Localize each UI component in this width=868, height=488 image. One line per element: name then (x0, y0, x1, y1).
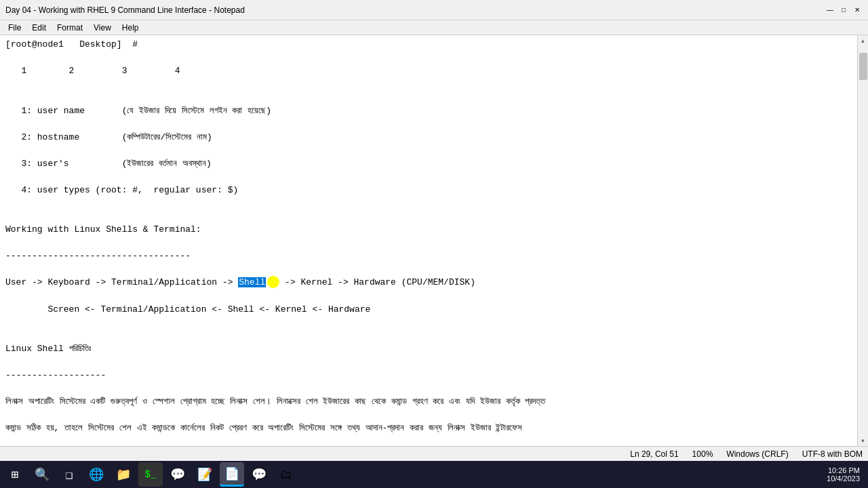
clock-date: 10/4/2023 (827, 474, 860, 483)
editor-container: [root@node1 Desktop] # 1 2 3 4 1: user n… (0, 35, 868, 446)
scroll-up-arrow[interactable]: ▲ (858, 35, 869, 46)
editor-content[interactable]: [root@node1 Desktop] # 1 2 3 4 1: user n… (0, 35, 857, 446)
editor-line: 3: user's (ইউজারের বর্তমান অবস্থান) (5, 157, 852, 171)
editor-line: Working with Linux Shells & Terminal: (5, 223, 852, 237)
editor-line: Screen <- Terminal/Application <- Shell … (5, 303, 852, 317)
whatsapp-app[interactable]: 💬 (165, 462, 190, 487)
encoding: UTF-8 with BOM (802, 449, 863, 459)
scroll-down-arrow[interactable]: ▼ (858, 435, 869, 446)
editor-line: User -> Keyboard -> Terminal/Application… (5, 276, 852, 289)
notepad-app[interactable]: 📄 (220, 462, 244, 487)
cursor-position: Ln 29, Col 51 (630, 449, 678, 459)
search-button[interactable]: 🔍 (30, 462, 54, 487)
terminal-app[interactable]: $_ (138, 462, 163, 487)
menu-view[interactable]: View (88, 22, 117, 34)
taskbar: ⊞ 🔍 ❑ 🌐 📁 $_ 💬 📝 📄 💬 🗂 10:26 PM 10/4/202… (0, 461, 868, 488)
title-bar: Day 04 - Working with RHEL 9 Command Lin… (0, 0, 868, 20)
menu-file[interactable]: File (3, 22, 26, 34)
editor-line: লিনাক্স অপারেটিং সিস্টেমের একটি গুরুত্বপ… (5, 395, 852, 409)
status-bar: Ln 29, Col 51 100% Windows (CRLF) UTF-8 … (0, 446, 868, 461)
minimize-button[interactable]: — (825, 5, 835, 16)
editor-line: ------------------- (5, 369, 852, 382)
editor-line: [root@node1 Desktop] # (5, 38, 852, 52)
files-app[interactable]: 🗂 (274, 462, 298, 487)
scrollbar-vertical[interactable]: ▲ ▼ (857, 35, 868, 446)
window-controls[interactable]: — □ ✕ (825, 5, 863, 16)
system-clock: 10:26 PM 10/4/2023 (827, 466, 865, 483)
editor-line: ----------------------------------- (5, 249, 852, 263)
editor-line: কমান্ড সঠিক হয়, তাহলে সিস্টেমের শেল এই … (5, 422, 852, 435)
close-button[interactable]: ✕ (852, 5, 863, 16)
file-manager-app[interactable]: 📁 (111, 462, 136, 487)
line-ending: Windows (CRLF) (726, 449, 788, 459)
zoom-level: 100% (692, 449, 713, 459)
editor-line: 1: user name (যে ইউজার দিয়ে সিস্টেমে লগ… (5, 104, 852, 118)
scroll-thumb[interactable] (859, 53, 867, 80)
shell-highlight: Shell (238, 277, 266, 287)
clock-time: 10:26 PM (827, 466, 860, 474)
messenger-app[interactable]: 💬 (247, 462, 271, 487)
start-button[interactable]: ⊞ (3, 462, 27, 487)
window-title: Day 04 - Working with RHEL 9 Command Lin… (5, 5, 245, 15)
scroll-track[interactable] (858, 46, 868, 435)
editor-line: Linux Shell পরিচিতিঃ (5, 342, 852, 356)
editor-line: 4: user types (root: #, regular user: $) (5, 184, 852, 197)
task-view-button[interactable]: ❑ (57, 462, 81, 487)
vscode-app[interactable]: 📝 (193, 462, 217, 487)
menu-bar: File Edit Format View Help (0, 20, 868, 35)
menu-format[interactable]: Format (52, 22, 88, 34)
menu-help[interactable]: Help (117, 22, 144, 34)
editor-line: 2: hostname (কম্পিউটারের/সিস্টেমের নাম) (5, 131, 852, 144)
chrome-app[interactable]: 🌐 (84, 462, 108, 487)
maximize-button[interactable]: □ (838, 5, 849, 16)
mouse-cursor (267, 276, 279, 288)
menu-edit[interactable]: Edit (26, 22, 52, 34)
editor-line: 1 2 3 4 (5, 64, 852, 78)
